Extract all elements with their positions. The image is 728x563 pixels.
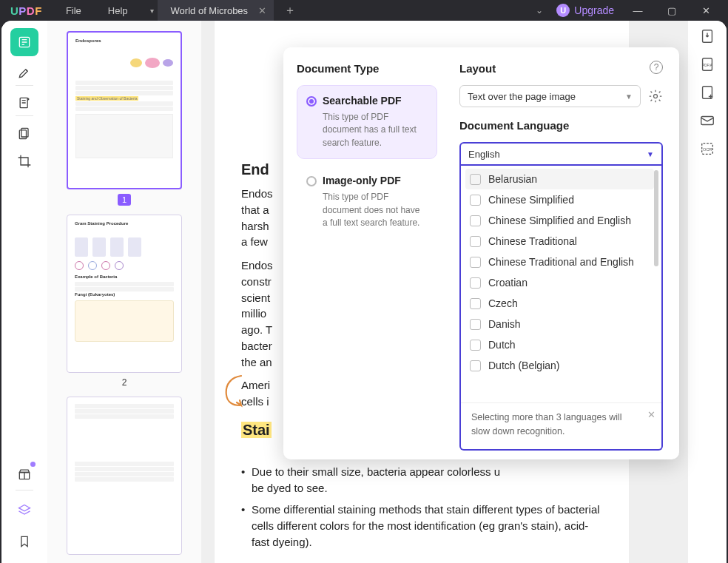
svg-point-18 [654, 95, 658, 98]
layout-settings-icon[interactable] [648, 89, 663, 104]
upgrade-badge: U [556, 4, 570, 17]
thumbnail-panel: Endospores Staining and Observation of B… [47, 21, 201, 563]
page-add-icon[interactable] [699, 84, 715, 101]
close-tab-icon[interactable]: ✕ [258, 5, 266, 16]
checkbox-icon [470, 215, 481, 226]
radio-selected-icon [306, 96, 317, 107]
language-footer-note: Selecting more than 3 languages will slo… [461, 402, 661, 449]
menu-help[interactable]: Help [95, 5, 141, 16]
thumbnail-label-1: 1 [67, 194, 182, 206]
language-list[interactable]: Belarusian Chinese Simplified Chinese Si… [461, 166, 661, 402]
title-right: ⌄ U Upgrade — ▢ ✕ [536, 0, 728, 21]
language-option[interactable]: Dutch (Belgian) [465, 355, 654, 376]
window-close-icon[interactable]: ✕ [695, 5, 716, 16]
language-option[interactable]: Dutch [465, 334, 654, 355]
layers-icon[interactable] [10, 496, 38, 525]
language-combobox: English ▼ Belarusian Chinese Simplified … [459, 142, 663, 451]
mail-icon[interactable] [699, 112, 715, 129]
menu-file[interactable]: File [53, 5, 95, 16]
layout-select[interactable]: Text over the page image ▼ [459, 85, 641, 107]
annotate-tool-icon[interactable] [10, 89, 38, 117]
language-option[interactable]: Chinese Traditional [465, 231, 654, 252]
logo-letter: F [35, 4, 42, 17]
thumb-subheading: Example of Bacteria [75, 274, 174, 280]
option-title: Searchable PDF [323, 95, 426, 107]
language-option[interactable]: Danish [465, 314, 654, 334]
ocr-settings-panel: Document Type Searchable PDF This type o… [283, 47, 679, 459]
checkbox-icon [470, 257, 481, 268]
window-minimize-icon[interactable]: — [627, 5, 648, 16]
thumb-heading: Endospores [75, 38, 173, 44]
language-option[interactable]: Croatian [465, 272, 654, 293]
section-title: Document Language [459, 119, 663, 132]
document-type-section: Document Type Searchable PDF This type o… [283, 47, 446, 459]
pages-tool-icon[interactable] [10, 119, 38, 147]
page-thumbnail-2[interactable]: Gram Staining Procedure Example of Bacte… [67, 215, 182, 373]
logo-letter: P [18, 4, 27, 17]
thumbnail-label-2: 2 [67, 377, 182, 388]
language-option[interactable]: Chinese Simplified [465, 189, 654, 210]
highlighter-tool-icon[interactable] [10, 58, 38, 87]
checkbox-icon [470, 319, 481, 330]
language-option[interactable]: Czech [465, 293, 654, 314]
tab-caret-icon[interactable]: ▾ [147, 0, 158, 21]
layout-language-section: ? Layout Text over the page image ▼ Docu… [446, 47, 679, 459]
ocr-icon[interactable]: OCR [699, 141, 715, 157]
new-tab-button[interactable]: ＋ [274, 3, 306, 18]
crop-tool-icon[interactable] [10, 147, 38, 175]
checkbox-icon [470, 236, 481, 247]
svg-text:PDF/A: PDF/A [702, 64, 712, 67]
section-title: Layout [459, 62, 663, 75]
svg-rect-15 [701, 117, 714, 125]
tab-strip: ▾ World of Microbes ✕ ＋ [147, 0, 307, 21]
page-thumbnail-1[interactable]: Endospores Staining and Observation of B… [67, 31, 182, 189]
upgrade-button[interactable]: U Upgrade [556, 4, 614, 17]
page-thumbnail-3[interactable] [67, 397, 182, 555]
checkbox-icon [470, 174, 481, 185]
export-icon[interactable] [699, 28, 715, 44]
checkbox-icon [470, 195, 481, 206]
checkbox-icon [470, 340, 481, 351]
window-maximize-icon[interactable]: ▢ [661, 5, 682, 16]
title-bar: UPDF File Help ▾ World of Microbes ✕ ＋ ⌄… [0, 0, 728, 21]
scrollbar[interactable] [654, 170, 658, 266]
language-select[interactable]: English ▼ [459, 142, 663, 166]
left-toolbar [1, 21, 47, 563]
thumbnails-tool-icon[interactable] [10, 28, 38, 56]
thumb-highlight: Staining and Observation of Bacteria [75, 96, 138, 101]
app-logo: UPDF [0, 4, 53, 17]
checkbox-icon [470, 277, 481, 289]
thumb-subheading: Fungi (Eukaryotes) [75, 292, 174, 298]
app-shell: Endospores Staining and Observation of B… [1, 21, 727, 563]
option-description: This type of PDF document does not have … [323, 191, 426, 229]
document-tab-title: World of Microbes [171, 5, 249, 16]
upgrade-label: Upgrade [574, 4, 614, 16]
checkbox-icon [470, 298, 481, 309]
checkbox-icon [470, 360, 481, 371]
svg-rect-7 [21, 128, 28, 137]
option-description: This type of PDF document has a full tex… [323, 111, 426, 149]
option-image-only-pdf[interactable]: Image-only PDF This type of PDF document… [297, 165, 437, 239]
caret-down-icon: ▼ [647, 150, 654, 158]
gift-icon[interactable] [10, 460, 38, 488]
language-option[interactable]: Chinese Simplified and English [465, 210, 654, 231]
close-note-icon[interactable]: ✕ [647, 408, 655, 422]
bullet-item: Due to their small size, bacteria appear… [241, 464, 602, 496]
bookmark-icon[interactable] [10, 527, 38, 556]
separator [16, 490, 33, 490]
logo-letter: U [10, 4, 18, 17]
layout-value: Text over the page image [468, 91, 576, 102]
pdfa-icon[interactable]: PDF/A [699, 56, 715, 73]
section-title: Document Type [297, 62, 437, 75]
right-toolbar: PDF/A OCR [688, 21, 727, 563]
document-tab[interactable]: World of Microbes ✕ [158, 0, 274, 21]
option-searchable-pdf[interactable]: Searchable PDF This type of PDF document… [297, 85, 437, 159]
logo-letter: D [27, 4, 35, 17]
help-icon[interactable]: ? [650, 61, 663, 74]
arrow-annotation-icon [218, 373, 249, 410]
tabs-dropdown-icon[interactable]: ⌄ [536, 5, 543, 16]
language-option[interactable]: Belarusian [465, 169, 654, 189]
svg-text:OCR: OCR [703, 147, 712, 152]
language-option[interactable]: Chinese Traditional and English [465, 252, 654, 272]
notification-dot-icon [30, 462, 36, 467]
